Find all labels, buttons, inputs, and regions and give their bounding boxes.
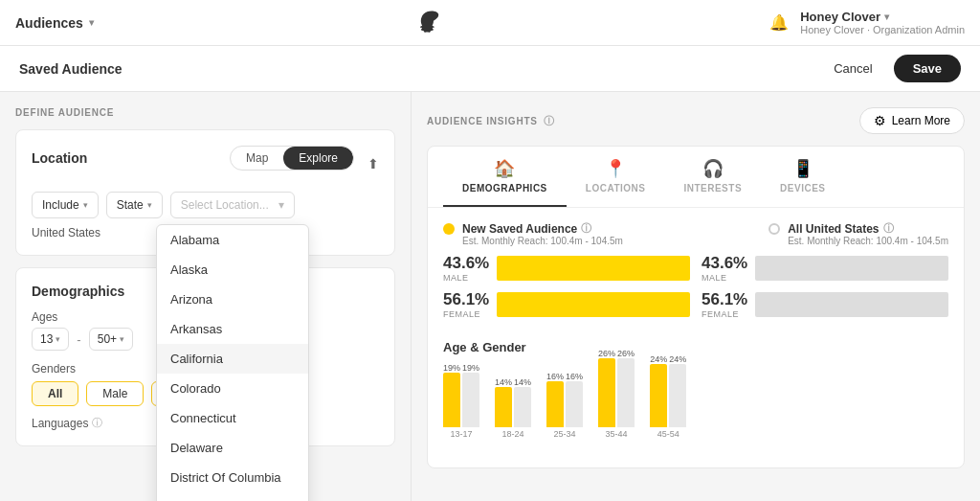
age-label-18-24: 18-24 <box>502 429 524 439</box>
chevron-down-icon: ▾ <box>147 200 152 210</box>
state-select[interactable]: State ▾ <box>106 192 163 218</box>
age-gender-section: Age & Gender 19% 19% <box>428 330 964 467</box>
locations-tab-icon: 📍 <box>605 158 627 179</box>
female-bar-yellow: 56.1% FEMALE <box>443 290 690 319</box>
audience-insights-label: AUDIENCE INSIGHTS ⓘ <box>427 114 555 128</box>
map-button[interactable]: Map <box>231 147 283 170</box>
info-icon: ⓘ <box>883 221 894 236</box>
bar-13-17-gray <box>462 373 479 427</box>
pct-label-14a: 14% <box>495 377 512 387</box>
dropdown-item-alaska[interactable]: Alaska <box>157 255 308 285</box>
left-panel: DEFINE AUDIENCE Location Map Explore ⬆ I… <box>0 92 412 501</box>
all-us-name: All United States ⓘ <box>788 221 948 236</box>
bar-25-34-yellow <box>546 381 564 427</box>
dropdown-item-alabama[interactable]: Alabama <box>157 225 308 255</box>
user-name-display: Honey Clover ▾ <box>800 10 965 24</box>
bar-13-17-yellow <box>443 373 460 427</box>
chevron-down-icon: ▾ <box>89 17 94 28</box>
dropdown-item-california[interactable]: California <box>157 344 308 374</box>
nav-audiences[interactable]: Audiences ▾ <box>15 15 94 31</box>
all-us-dot <box>768 223 780 235</box>
bar-group-25-34: 16% 16% 25-34 <box>546 372 583 439</box>
snapchat-logo-icon <box>418 10 445 36</box>
include-select[interactable]: Include ▾ <box>32 192 99 218</box>
age-max-select[interactable]: 50+ ▾ <box>89 328 133 351</box>
upload-icon[interactable]: ⬆ <box>368 156 379 171</box>
page-title: Saved Audience <box>19 61 122 77</box>
top-nav: Audiences ▾ 🔔 Honey Clover ▾ Honey Clove… <box>0 0 980 46</box>
chevron-down-icon: ▾ <box>56 334 60 344</box>
audiences-label: Audiences <box>15 15 83 31</box>
bar-45-54-yellow <box>650 364 667 427</box>
sub-header: Saved Audience Cancel Save <box>0 46 980 92</box>
age-min-select[interactable]: 13 ▾ <box>32 328 69 351</box>
age-gender-title: Age & Gender <box>443 340 948 354</box>
nav-right-section: 🔔 Honey Clover ▾ Honey Clover · Organiza… <box>769 10 965 35</box>
devices-tab-icon: 📱 <box>792 158 814 179</box>
chevron-down-icon: ▾ <box>884 11 889 22</box>
male-bar-gray: 43.6% MALE <box>702 254 948 283</box>
tab-locations[interactable]: 📍 LOCATIONS <box>567 147 665 207</box>
pct-label-16b: 16% <box>566 372 583 381</box>
tab-interests[interactable]: 🎧 INTERESTS <box>664 147 761 207</box>
gender-all-button[interactable]: All <box>32 381 78 406</box>
learn-more-icon: ⚙ <box>874 113 886 128</box>
notification-bell-icon[interactable]: 🔔 <box>769 13 789 32</box>
user-info: Honey Clover ▾ Honey Clover · Organizati… <box>800 10 965 35</box>
male-label-yellow: MALE <box>443 273 489 283</box>
location-selects: Include ▾ State ▾ Select Location... ▾ A… <box>32 192 379 218</box>
dropdown-item-colorado[interactable]: Colorado <box>157 374 308 403</box>
dropdown-item-arkansas[interactable]: Arkansas <box>157 314 308 344</box>
insights-tabs: 🏠 DEMOGRAPHICS 📍 LOCATIONS 🎧 INTERESTS 📱… <box>428 147 964 208</box>
dropdown-item-connecticut[interactable]: Connecticut <box>157 403 308 433</box>
chevron-down-icon: ▾ <box>83 200 88 210</box>
pct-label-14b: 14% <box>514 377 531 387</box>
age-gender-chart: 19% 19% 13-17 <box>443 362 948 458</box>
define-audience-label: DEFINE AUDIENCE <box>15 107 395 118</box>
dropdown-item-arizona[interactable]: Arizona <box>157 285 308 314</box>
male-bar-yellow: 43.6% MALE <box>443 254 690 283</box>
interests-tab-icon: 🎧 <box>702 158 724 179</box>
bar-35-44-gray <box>617 358 635 427</box>
new-audience-name: New Saved Audience ⓘ <box>462 221 623 236</box>
dropdown-item-florida[interactable]: Florida <box>157 492 308 501</box>
gender-bars-section: 43.6% MALE 56.1% FEMALE <box>428 254 964 330</box>
dropdown-item-delaware[interactable]: Delaware <box>157 433 308 463</box>
insights-card: 🏠 DEMOGRAPHICS 📍 LOCATIONS 🎧 INTERESTS 📱… <box>427 146 965 468</box>
bar-group-18-24: 14% 14% 18-24 <box>495 377 531 439</box>
all-us-item: All United States ⓘ Est. Monthly Reach: … <box>768 221 948 246</box>
audience-comparison: New Saved Audience ⓘ Est. Monthly Reach:… <box>428 208 964 254</box>
pct-label-16a: 16% <box>546 372 564 381</box>
info-icon: ⓘ <box>544 114 555 128</box>
pct-label-19a: 19% <box>443 363 460 373</box>
new-audience-item: New Saved Audience ⓘ Est. Monthly Reach:… <box>443 221 623 246</box>
main-content: DEFINE AUDIENCE Location Map Explore ⬆ I… <box>0 92 980 501</box>
save-button[interactable]: Save <box>894 55 961 82</box>
male-pct-yellow: 43.6% <box>443 254 489 273</box>
bar-group-35-44: 26% 26% 35-44 <box>598 349 635 439</box>
age-dash: - <box>77 332 80 347</box>
location-card: Location Map Explore ⬆ Include ▾ State ▾ <box>15 129 395 256</box>
gender-male-button[interactable]: Male <box>86 381 144 406</box>
location-title: Location <box>32 150 87 166</box>
info-icon: ⓘ <box>581 221 591 236</box>
age-label-35-44: 35-44 <box>606 429 628 439</box>
age-label-25-34: 25-34 <box>554 429 576 439</box>
tab-demographics[interactable]: 🏠 DEMOGRAPHICS <box>443 147 567 207</box>
bar-25-34-gray <box>566 381 583 427</box>
tab-devices[interactable]: 📱 DEVICES <box>761 147 844 207</box>
map-explore-toggle: Map Explore <box>230 146 354 171</box>
chevron-down-icon: ▾ <box>120 334 124 344</box>
pct-label-24a: 24% <box>650 354 667 364</box>
location-search-select[interactable]: Select Location... ▾ <box>170 192 295 218</box>
female-label-yellow: FEMALE <box>443 309 489 319</box>
demographics-tab-icon: 🏠 <box>494 158 516 179</box>
cancel-button[interactable]: Cancel <box>822 56 883 81</box>
dropdown-item-dc[interactable]: District Of Columbia <box>157 463 308 492</box>
learn-more-button[interactable]: ⚙ Learn More <box>859 107 965 134</box>
info-icon: ⓘ <box>92 416 102 430</box>
pct-label-26a: 26% <box>598 349 615 358</box>
all-us-reach: Est. Monthly Reach: 100.4m - 104.5m <box>788 236 948 246</box>
new-audience-reach: Est. Monthly Reach: 100.4m - 104.5m <box>462 236 623 246</box>
explore-button[interactable]: Explore <box>283 147 353 170</box>
